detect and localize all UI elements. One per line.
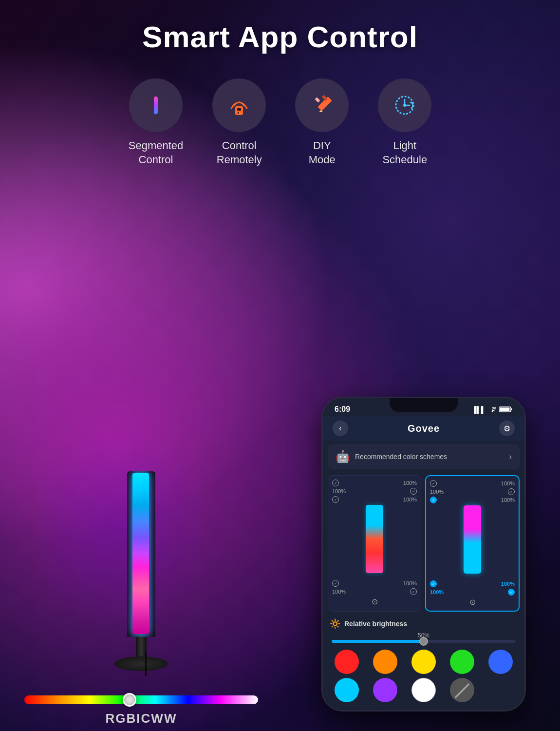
clock-icon (391, 92, 418, 119)
lamp-body (127, 471, 155, 637)
lamp-wrapper (73, 408, 209, 676)
segmented-control-icon (143, 93, 168, 118)
back-button[interactable]: ‹ (333, 421, 348, 436)
settings-button[interactable]: ⚙ (499, 421, 515, 436)
segmented-control-icon-circle (129, 78, 183, 132)
app-header: ‹ Govee ⚙ (323, 416, 524, 441)
check-5[interactable]: ✓ (410, 588, 417, 595)
right-color-bar (464, 505, 481, 574)
svg-rect-2 (237, 108, 241, 111)
pencil-icon (308, 92, 336, 119)
left-color-panel[interactable]: ✓ 100% 100% ✓ ✓ 100% (328, 475, 421, 612)
phone-screen: 6:09 ▐▌▌ (323, 398, 524, 710)
segment-row-3: ✓ 100% (332, 496, 417, 503)
swatch-orange[interactable] (373, 650, 397, 674)
color-slider-thumb[interactable] (123, 693, 136, 707)
color-slider-track[interactable] (24, 695, 258, 704)
segment-row-r3: ✓ 100% (430, 497, 515, 503)
svg-point-14 (492, 411, 493, 413)
gear-icon: ⚙ (504, 424, 510, 433)
rgbicww-label: RGBICWW (24, 711, 258, 726)
brightness-header: 🔆 Relative brightness (330, 618, 518, 629)
feature-diy-mode: DIYMode (295, 78, 349, 167)
brightness-slider-thumb[interactable] (419, 637, 428, 646)
swatch-cyan[interactable] (335, 678, 359, 702)
check-3[interactable]: ✓ (332, 496, 339, 503)
lamp-cable (145, 652, 147, 676)
page-title: Smart App Control (142, 19, 418, 54)
page-content: Smart App Control SegmentedControl (0, 0, 560, 731)
control-remotely-label: ControlRemotely (217, 139, 262, 167)
feature-segmented-control: SegmentedControl (129, 78, 184, 167)
check-2[interactable]: ✓ (410, 488, 417, 495)
signal-icon: ▐▌▌ (472, 406, 485, 413)
brightness-section: 🔆 Relative brightness 50% (323, 615, 524, 645)
main-section: RGBICWW 6:09 ▐▌▌ (0, 181, 560, 731)
swatch-none[interactable] (450, 678, 474, 702)
wifi-icon (488, 406, 496, 412)
app-title: Govee (408, 423, 440, 434)
recommended-arrow-icon: › (509, 452, 512, 462)
svg-rect-3 (238, 112, 239, 114)
diy-mode-label: DIYMode (309, 139, 336, 167)
recommended-left: 🤖 Recommended color schemes (336, 450, 447, 463)
segment-row-5: 100% ✓ (332, 588, 417, 595)
svg-rect-16 (511, 408, 512, 410)
status-icons: ▐▌▌ (472, 406, 513, 413)
light-schedule-label: LightSchedule (382, 139, 427, 167)
light-schedule-icon-circle (378, 78, 431, 132)
brightness-slider-fill (332, 640, 424, 643)
segment-row-r2: 100% ✓ (430, 488, 515, 495)
segment-row-2: 100% ✓ (332, 488, 417, 495)
segment-row-r1: ✓ 100% (430, 480, 515, 487)
sun-icon: 🔆 (330, 618, 340, 629)
svg-rect-4 (239, 112, 241, 114)
segment-row-r4: ✓ 100% (430, 580, 515, 587)
phone-notch (390, 398, 458, 412)
panel-left-bottom: ⊙ (332, 597, 417, 606)
lamp-side: RGBICWW (15, 408, 268, 731)
right-color-panel[interactable]: ✓ 100% 100% ✓ ✓ 100% (425, 475, 520, 612)
panel-right-bottom: ⊙ (430, 597, 515, 607)
brightness-label: Relative brightness (344, 620, 407, 628)
recommended-bar[interactable]: 🤖 Recommended color schemes › (328, 444, 520, 469)
segment-row-4: ✓ 100% (332, 580, 417, 587)
segment-row-1: ✓ 100% (332, 480, 417, 486)
swatch-yellow[interactable] (411, 650, 436, 674)
lamp-light-strip (132, 473, 149, 634)
check-r5[interactable]: ✓ (508, 589, 515, 596)
diy-mode-icon-circle (295, 78, 349, 132)
check-r2[interactable]: ✓ (508, 488, 515, 495)
back-icon: ‹ (339, 424, 341, 433)
feature-light-schedule: LightSchedule (378, 78, 431, 167)
check-4[interactable]: ✓ (332, 580, 339, 587)
right-color-bar-container (430, 505, 515, 578)
swatch-purple[interactable] (373, 678, 397, 702)
left-color-bar (366, 505, 383, 573)
check-r4[interactable]: ✓ (430, 580, 437, 587)
segmented-control-label: SegmentedControl (129, 139, 184, 167)
status-time: 6:09 (335, 405, 350, 414)
battery-icon (499, 406, 513, 413)
feature-control-remotely: ControlRemotely (212, 78, 266, 167)
check-r1[interactable]: ✓ (430, 480, 437, 487)
check-1[interactable]: ✓ (332, 480, 339, 486)
lamp-base (114, 656, 168, 671)
phone-side: 6:09 ▐▌▌ (302, 397, 545, 731)
swatch-white[interactable] (411, 678, 436, 702)
left-color-bar-container (332, 505, 417, 578)
check-r3[interactable]: ✓ (430, 497, 437, 503)
features-row: SegmentedControl ControlRemotely (0, 78, 560, 167)
swatch-green[interactable] (450, 650, 474, 674)
brightness-slider[interactable] (332, 640, 516, 643)
segment-row-r5: 100% ✓ (430, 589, 515, 596)
control-remotely-icon-circle (212, 78, 266, 132)
robot-icon: 🤖 (336, 450, 350, 463)
svg-rect-8 (315, 97, 320, 102)
phone-outer: 6:09 ▐▌▌ (321, 397, 526, 712)
color-slider-section: RGBICWW (24, 695, 258, 731)
svg-rect-17 (500, 408, 510, 411)
swatch-blue[interactable] (488, 650, 513, 674)
swatch-red[interactable] (335, 650, 359, 674)
recommended-text: Recommended color schemes (355, 453, 447, 461)
